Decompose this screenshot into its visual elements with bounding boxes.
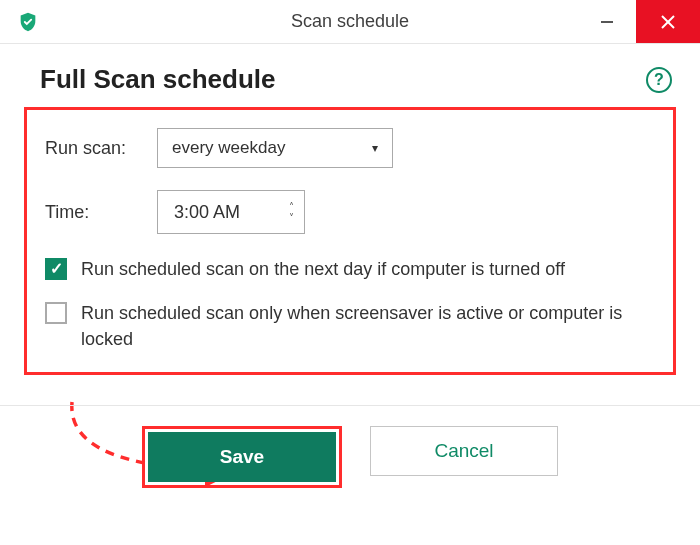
runscan-select[interactable]: every weekday ▾ [157,128,393,168]
checkbox-screensaver[interactable] [45,302,67,324]
checkbox-nextday[interactable] [45,258,67,280]
chevron-up-icon: ˄ [289,202,294,211]
options-area: Run scan: every weekday ▾ Time: 3:00 AM … [24,107,676,375]
chevron-down-icon: ˅ [289,213,294,222]
dialog-footer: Save Cancel [0,405,700,508]
time-value: 3:00 AM [174,202,240,223]
title-bar: Scan schedule [0,0,700,44]
minimize-button[interactable] [578,0,636,43]
checkbox-nextday-label: Run scheduled scan on the next day if co… [81,256,565,282]
runscan-label: Run scan: [45,138,141,159]
spinner-arrows[interactable]: ˄ ˅ [289,202,294,222]
help-icon[interactable]: ? [646,67,672,93]
close-button[interactable] [636,0,700,43]
checkbox-nextday-row[interactable]: Run scheduled scan on the next day if co… [45,256,655,282]
dialog-window: Scan schedule Full Scan schedule ? Run s… [0,0,700,545]
cancel-button[interactable]: Cancel [370,426,558,476]
dialog-content: Full Scan schedule ? Run scan: every wee… [0,44,700,375]
time-label: Time: [45,202,141,223]
runscan-value: every weekday [172,138,285,158]
runscan-row: Run scan: every weekday ▾ [45,128,655,168]
section-title: Full Scan schedule [40,64,276,95]
save-button-highlight: Save [142,426,342,488]
time-row: Time: 3:00 AM ˄ ˅ [45,190,655,234]
time-spinner[interactable]: 3:00 AM ˄ ˅ [157,190,305,234]
app-logo-shield-icon [16,10,40,34]
save-button[interactable]: Save [148,432,336,482]
checkbox-screensaver-label: Run scheduled scan only when screensaver… [81,300,655,352]
section-header: Full Scan schedule ? [24,56,676,107]
chevron-down-icon: ▾ [372,141,378,155]
window-controls [578,0,700,43]
checkbox-screensaver-row[interactable]: Run scheduled scan only when screensaver… [45,300,655,352]
